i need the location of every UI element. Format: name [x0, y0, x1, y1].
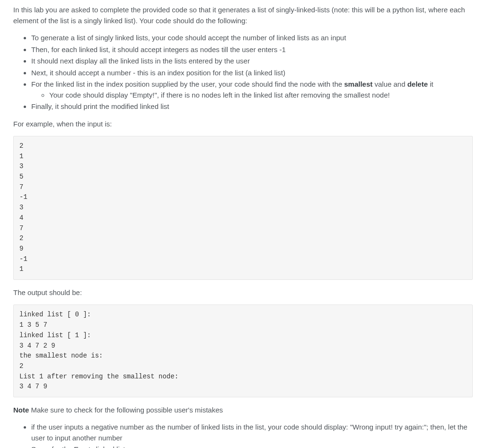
intro-paragraph: In this lab you are asked to complete th… — [13, 5, 473, 26]
delete-emphasis: delete — [407, 80, 428, 88]
bullet-item: Then, for each linked list, it should ac… — [31, 45, 473, 55]
note-label: Note — [13, 406, 29, 414]
sub-bullet-list: Your code should display "Empty!", if th… — [31, 90, 473, 101]
main-bullet-list: To generate a list of singly linked list… — [13, 33, 473, 112]
output-label: The output should be: — [13, 287, 473, 298]
sub-bullet-item: Your code should display "Empty!", if th… — [49, 90, 473, 101]
bullet-text: value and — [372, 80, 407, 88]
note-paragraph: Note Make sure to check for the followin… — [13, 405, 473, 416]
note-bullet-list: if the user inputs a negative number as … — [13, 422, 473, 448]
bullet-text: For the linked list in the index positio… — [31, 80, 344, 88]
note-bullet-item: if the user inputs a negative number as … — [31, 422, 473, 443]
bullet-item-smallest-delete: For the linked list in the index positio… — [31, 79, 473, 100]
bullet-item: To generate a list of singly linked list… — [31, 33, 473, 44]
bullet-item: Finally, it should print the modified li… — [31, 101, 473, 112]
output-code-block: linked list [ 0 ]: 1 3 5 7 linked list [… — [13, 305, 473, 397]
note-bullet-item: Same for the Empty linked lists — [31, 444, 473, 448]
example-label: For example, when the input is: — [13, 119, 473, 130]
note-text: Make sure to check for the following pos… — [29, 406, 223, 414]
bullet-item: It should next display all the linked li… — [31, 56, 473, 67]
input-code-block: 2 1 3 5 7 -1 3 4 7 2 9 -1 1 — [13, 136, 473, 280]
smallest-emphasis: smallest — [344, 80, 372, 88]
bullet-item: Next, it should accept a number - this i… — [31, 68, 473, 79]
bullet-text: it — [428, 80, 433, 88]
